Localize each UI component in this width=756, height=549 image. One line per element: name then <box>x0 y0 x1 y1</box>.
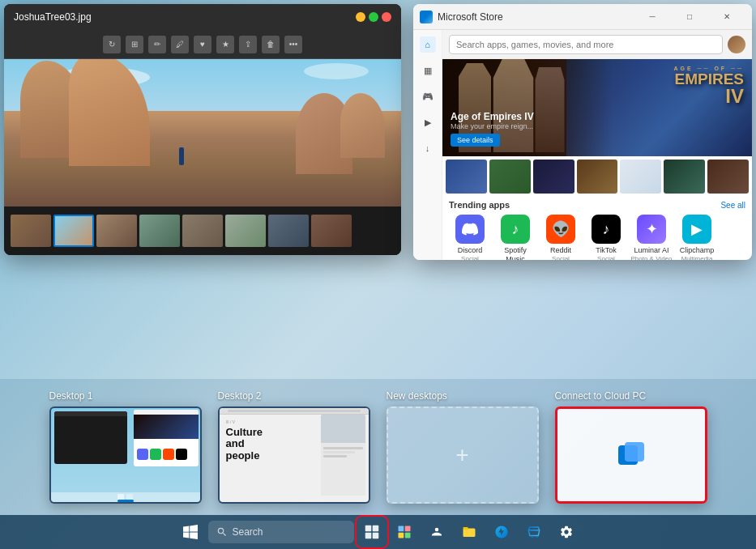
more-icon[interactable]: ••• <box>284 36 302 53</box>
heart-icon[interactable]: ♥ <box>194 36 211 53</box>
store-user-avatar[interactable] <box>728 36 745 53</box>
sidebar-apps-icon[interactable]: ▦ <box>420 62 436 79</box>
file-explorer-icon <box>462 525 476 539</box>
luminar-name: Luminar AI <box>634 246 668 255</box>
pencil-icon[interactable]: ✏ <box>148 36 166 53</box>
widgets-icon <box>397 525 412 539</box>
app-card-reddit[interactable]: 👽 Reddit Social ★★★★ <box>540 215 582 260</box>
see-all-link[interactable]: See all <box>720 201 745 210</box>
sidebar-movies-icon[interactable]: ▶ <box>420 114 436 130</box>
spotify-icon: ♪ <box>501 215 530 244</box>
svg-point-12 <box>536 536 537 538</box>
hero-game-title: Age of Empires IV <box>451 111 534 122</box>
edge-icon <box>494 525 509 539</box>
sidebar-library-icon[interactable]: ↓ <box>420 140 436 156</box>
hero-iv-text: IV <box>673 87 744 106</box>
discord-name: Discord <box>458 246 483 255</box>
task-view-button[interactable] <box>357 517 387 547</box>
store-taskbar-icon <box>527 525 541 539</box>
start-button[interactable] <box>176 517 205 547</box>
app-card-spotify[interactable]: ♪ Spotify Music Music ★★★★★ <box>494 215 536 260</box>
hero-game-info: Age of Empires IV Make your empire reign… <box>451 111 534 147</box>
filmstrip-thumb[interactable] <box>268 215 309 247</box>
microsoft-store-window: Microsoft Store ─ □ ✕ ⌂ ▦ 🎮 ▶ ↓ <box>413 4 752 260</box>
filmstrip-thumb[interactable] <box>182 215 223 247</box>
taskview-overlay: Desktop 1 <box>0 379 756 515</box>
desktop-1-card: Desktop 1 <box>49 390 202 504</box>
search-bar[interactable]: Search <box>208 521 354 543</box>
luminar-icon: ✦ <box>637 215 666 244</box>
rotate-icon[interactable]: ↻ <box>103 36 121 53</box>
maximize-button[interactable] <box>369 12 378 22</box>
widgets-button[interactable] <box>390 517 419 547</box>
filmstrip-thumb[interactable] <box>311 215 352 247</box>
app-card-tiktok[interactable]: ♪ TikTok Social ★★★ <box>585 215 627 260</box>
clipchamp-icon: ▶ <box>682 215 711 244</box>
svg-rect-10 <box>463 527 468 530</box>
windows-logo-icon <box>183 525 198 539</box>
tiktok-icon: ♪ <box>592 215 621 244</box>
featured-thumb[interactable] <box>620 160 661 194</box>
app-card-luminar[interactable]: ✦ Luminar AI Photo & Video ★★★★ <box>630 215 673 260</box>
add-desktop-icon: + <box>455 442 468 468</box>
discord-category: Social <box>461 255 479 260</box>
minimize-button[interactable] <box>356 12 365 22</box>
new-desktop-preview[interactable]: + <box>387 406 539 504</box>
teams-button[interactable] <box>422 517 451 547</box>
sidebar-gaming-icon[interactable]: 🎮 <box>420 88 436 104</box>
svg-point-11 <box>531 536 532 538</box>
app-card-discord[interactable]: Discord Social ★★★★★ <box>449 215 491 260</box>
desktop-1-preview[interactable] <box>49 406 202 504</box>
hero-cta-button[interactable]: See details <box>451 134 500 147</box>
close-button[interactable] <box>382 12 391 22</box>
crop-icon[interactable]: ⊞ <box>126 36 143 53</box>
spotify-name: Spotify Music <box>494 246 536 260</box>
store-minimize-button[interactable]: ─ <box>634 4 671 30</box>
store-body: ⌂ ▦ 🎮 ▶ ↓ Age of Empires IV <box>413 30 752 260</box>
filmstrip-thumb[interactable] <box>225 215 266 247</box>
store-close-button[interactable]: ✕ <box>708 4 745 30</box>
featured-thumb[interactable] <box>707 160 749 194</box>
filmstrip-thumb[interactable] <box>53 215 94 247</box>
store-sidebar: ⌂ ▦ 🎮 ▶ ↓ <box>413 30 442 260</box>
store-titlebar: Microsoft Store ─ □ ✕ <box>413 4 752 30</box>
draw-icon[interactable]: 🖊 <box>171 36 189 53</box>
sidebar-home-icon[interactable]: ⌂ <box>420 36 436 53</box>
store-search-input[interactable] <box>449 35 723 54</box>
edge-button[interactable] <box>487 517 516 547</box>
desktop-2-label: Desktop 2 <box>218 390 262 402</box>
cloud-pc-icon <box>615 439 647 471</box>
luminar-category: Photo & Video <box>630 255 672 260</box>
store-maximize-button[interactable]: □ <box>671 4 708 30</box>
featured-thumb[interactable] <box>489 160 531 194</box>
filmstrip-thumb[interactable] <box>96 215 137 247</box>
store-taskbar-button[interactable] <box>519 517 549 547</box>
taskbar: Search <box>0 515 756 549</box>
featured-thumb[interactable] <box>664 160 705 194</box>
settings-button[interactable] <box>552 517 581 547</box>
app-card-clipchamp[interactable]: ▶ Clipchamp Multimedia ★★★★ <box>676 215 718 260</box>
cloud-pc-preview[interactable] <box>555 406 707 504</box>
reddit-icon: 👽 <box>546 215 575 244</box>
svg-rect-5 <box>404 526 410 532</box>
photo-image <box>4 59 401 206</box>
featured-thumb[interactable] <box>446 160 487 194</box>
share-icon[interactable]: ⇪ <box>239 36 257 53</box>
hero-title-overlay: AGE ── OF ── EMPIRES IV <box>673 66 744 106</box>
filmstrip-thumb[interactable] <box>139 215 180 247</box>
svg-rect-2 <box>365 533 371 539</box>
desktop-2-people: people <box>226 449 260 462</box>
filmstrip-thumb[interactable] <box>11 215 51 247</box>
tiktok-category: Social <box>597 255 615 260</box>
trending-header: Trending apps See all <box>442 197 752 211</box>
teams-icon <box>429 525 444 539</box>
file-explorer-button[interactable] <box>455 517 484 547</box>
desktop-2-preview[interactable]: III / V Culture and people <box>218 406 370 504</box>
photo-window-controls <box>356 12 391 22</box>
store-hero-banner: Age of Empires IV Make your empire reign… <box>442 59 752 156</box>
desktop-2-content: III / V Culture and people <box>220 408 369 502</box>
star-icon[interactable]: ★ <box>216 36 234 53</box>
delete-icon[interactable]: 🗑 <box>262 36 280 53</box>
featured-thumb[interactable] <box>533 160 574 194</box>
featured-thumb[interactable] <box>577 160 618 194</box>
